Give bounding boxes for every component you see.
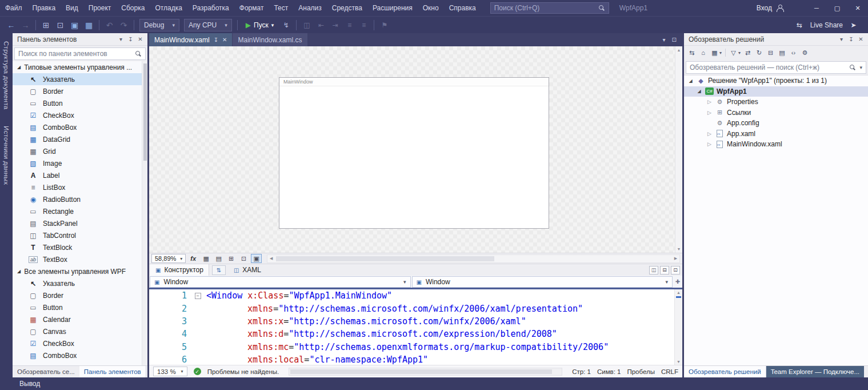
snap-grid-icon[interactable]: ▤ — [213, 254, 224, 263]
expander-icon[interactable]: ▷ — [706, 99, 713, 105]
toolbox-item-textbox[interactable]: ab TextBox — [13, 253, 147, 265]
attach-to-process-icon[interactable]: ↯ — [279, 18, 293, 32]
toggle-bookmark-icon[interactable]: ⚑ — [378, 18, 391, 32]
toolbox-item-stackpanel[interactable]: ▤ StackPanel — [13, 217, 147, 229]
toolbox-item-canvas[interactable]: ▢ Canvas — [13, 325, 147, 337]
redo-icon[interactable]: ↷ — [117, 18, 130, 32]
menu-edit[interactable]: Правка — [27, 0, 61, 16]
menu-window[interactable]: Окно — [418, 0, 444, 16]
tree-row-references[interactable]: ▷ ⊞ Ссылки — [684, 108, 868, 118]
breadcrumb-splitter-icon[interactable]: ✚ — [673, 276, 682, 288]
editor-horizontal-scrollbar[interactable] — [289, 368, 562, 376]
tree-row-project[interactable]: ◢ C# WpfApp1 — [684, 86, 868, 97]
status-line-number[interactable]: Стр: 1 — [572, 368, 591, 375]
minimize-button[interactable]: ─ — [806, 0, 827, 16]
code-line[interactable]: 2 xmlns="http://schemas.microsoft.com/wi… — [149, 302, 674, 315]
menu-help[interactable]: Справка — [444, 0, 481, 16]
toolbox-item-pointer[interactable]: ↖ Указатель — [13, 73, 147, 85]
toolbox-item-border[interactable]: ▢ Border — [13, 289, 147, 301]
new-view-icon[interactable]: ▦ — [709, 47, 720, 58]
breadcrumb-element-combo-left[interactable]: ▣ Window ▾ — [150, 276, 411, 288]
effects-icon[interactable]: ▣ — [251, 254, 262, 263]
expander-icon[interactable]: ▷ — [706, 141, 713, 147]
menu-debug[interactable]: Отладка — [150, 0, 187, 16]
switch-views-icon[interactable]: ⇆ — [686, 47, 697, 58]
undo-icon[interactable]: ↶ — [103, 18, 116, 32]
status-line-endings[interactable]: CRLF — [661, 368, 678, 375]
horizontal-split-icon[interactable]: ⊟ — [660, 266, 669, 274]
toolbox-search-box[interactable] — [14, 47, 146, 60]
menu-file[interactable]: Файл — [0, 0, 27, 16]
close-icon[interactable]: ✕ — [135, 36, 145, 42]
expander-icon[interactable]: ◢ — [687, 78, 694, 83]
toolbox-item-pointer[interactable]: ↖ Указатель — [13, 277, 147, 289]
menu-analyze[interactable]: Анализ — [293, 0, 327, 16]
tab-document-outline[interactable]: Структура документа — [3, 41, 10, 110]
comment-selection-icon[interactable]: ≡ — [343, 18, 356, 32]
menu-format[interactable]: Формат — [234, 0, 269, 16]
scroll-up-icon[interactable]: ▲ — [677, 290, 681, 295]
scroll-down-icon[interactable]: ▼ — [677, 247, 681, 251]
status-column-number[interactable]: Симв: 1 — [597, 368, 621, 375]
increase-indent-icon[interactable]: ⇥ — [329, 18, 342, 32]
toolbox-item-label[interactable]: A Label — [13, 169, 147, 181]
code-line[interactable]: 6 xmlns:local="clr-namespace:WpfApp1" — [149, 353, 674, 365]
pin-icon[interactable]: ↧ — [846, 36, 856, 42]
save-icon[interactable]: ▣ — [68, 18, 81, 32]
toolbox-item-button[interactable]: ▭ Button — [13, 97, 147, 109]
show-grid-icon[interactable]: ▦ — [201, 254, 211, 263]
toolbox-item-grid[interactable]: ▦ Grid — [13, 145, 147, 157]
tab-solution-explorer[interactable]: Обозреватель решений — [684, 366, 766, 377]
navigate-forward-icon[interactable]: → — [19, 18, 32, 32]
toolbox-item-checkbox[interactable]: ☑ CheckBox — [13, 337, 147, 349]
float-window-icon[interactable]: ⊡ — [672, 37, 677, 43]
swap-panes-button[interactable]: ⇅ — [212, 265, 226, 275]
new-project-icon[interactable]: ⊞ — [39, 18, 53, 32]
pin-tab-icon[interactable]: ↧ — [214, 37, 218, 43]
solution-configuration-combo[interactable]: Debug ▾ — [139, 19, 179, 31]
issues-status-text[interactable]: Проблемы не найдены. — [207, 368, 279, 375]
decrease-indent-icon[interactable]: ⇤ — [314, 18, 327, 32]
design-artboard-window[interactable]: MainWindow — [279, 77, 549, 229]
scroll-down-icon[interactable]: ▼ — [677, 360, 681, 364]
code-line[interactable]: 4 xmlns:d="http://schemas.microsoft.com/… — [149, 328, 674, 340]
tree-row-app-config[interactable]: ⚙ App.config — [684, 118, 868, 129]
menu-design[interactable]: Разработка — [187, 0, 234, 16]
tab-mainwindow-xaml[interactable]: MainWindow.xaml ↧ ✕ — [149, 33, 232, 46]
toolbox-item-checkbox[interactable]: ☑ CheckBox — [13, 109, 147, 121]
code-lines[interactable]: 1 − <Windowx:Class="WpfApp1.MainWindow" … — [149, 289, 674, 365]
pin-icon[interactable]: ↧ — [126, 36, 135, 42]
solution-search-input[interactable] — [690, 63, 846, 71]
close-icon[interactable]: ✕ — [856, 36, 866, 42]
fold-marker-icon[interactable]: − — [195, 293, 201, 299]
toolbox-item-combobox[interactable]: ▤ ComboBox — [13, 349, 147, 361]
filter-icon[interactable]: ▽ — [728, 47, 739, 58]
solution-platform-combo[interactable]: Any CPU ▾ — [184, 19, 232, 31]
tab-mainwindow-xaml-cs[interactable]: MainWindow.xaml.cs — [233, 33, 307, 46]
toolbox-item-border[interactable]: ▢ Border — [13, 85, 147, 97]
expander-icon[interactable]: ▷ — [706, 110, 713, 116]
tab-toolbox[interactable]: Панель элементов — [79, 366, 146, 377]
breadcrumb-element-combo-right[interactable]: ▣ Window ▾ — [412, 276, 673, 288]
menu-project[interactable]: Проект — [83, 0, 117, 16]
toolbox-item-datagrid[interactable]: ▦ DataGrid — [13, 133, 147, 145]
menu-view[interactable]: Вид — [61, 0, 83, 16]
expand-pane-icon[interactable]: ⊡ — [671, 266, 680, 274]
tab-data-sources[interactable]: Источники данных — [3, 126, 10, 185]
uncomment-selection-icon[interactable]: ≡ — [357, 18, 370, 32]
vertical-split-icon[interactable]: ◫ — [649, 266, 658, 274]
add-new-item-icon[interactable]: ⊡ — [54, 18, 67, 32]
window-position-icon[interactable]: ▾ — [116, 36, 126, 42]
expander-icon[interactable]: ▷ — [706, 131, 713, 137]
dropdown-caret-icon[interactable]: ▾ — [738, 50, 741, 55]
toolbox-item-button[interactable]: ▭ Button — [13, 301, 147, 313]
editor-vertical-scrollbar[interactable]: ▲ ▼ — [674, 289, 682, 365]
collapse-all-icon[interactable]: ⊟ — [765, 47, 776, 58]
menu-build[interactable]: Сборка — [116, 0, 150, 16]
code-line[interactable]: 1 − <Windowx:Class="WpfApp1.MainWindow" — [149, 289, 674, 302]
tab-design-view[interactable]: ▣ Конструктор — [150, 264, 209, 276]
toolbox-scrollbar[interactable] — [142, 61, 147, 365]
tree-row-properties[interactable]: ▷ ⚙ Properties — [684, 97, 868, 108]
tab-server-explorer[interactable]: Обозреватель се... — [13, 366, 79, 377]
tree-row-mainwindow-xaml[interactable]: ▷ MainWindow.xaml — [684, 139, 868, 150]
